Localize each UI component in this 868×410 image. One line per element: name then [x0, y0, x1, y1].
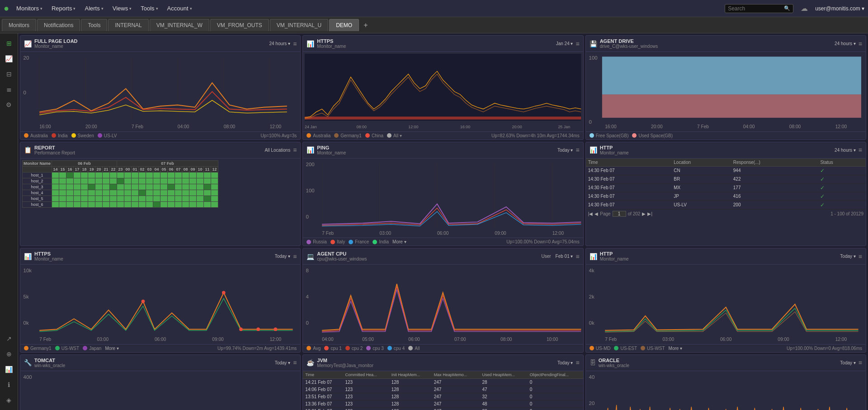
widget-menu-tomcat[interactable]: ≡ [293, 359, 297, 366]
sidebar-list-icon[interactable]: ≣ [3, 83, 15, 96]
sidebar-chart-icon[interactable]: 📈 [3, 52, 15, 65]
widget-menu-https-1[interactable]: ≡ [576, 40, 579, 47]
svg-text:12:00: 12:00 [835, 124, 847, 129]
search-box[interactable]: 🔍 [725, 4, 793, 13]
nav-account[interactable]: Account ▾ [164, 3, 196, 14]
dashboard-content: 📈 FULL PAGE LOAD Monitor_name 24 hours ▾… [18, 33, 868, 410]
legend-australia: Australia [24, 133, 48, 138]
chart-tomcat: 400 0 11:00 11:30 12:00 12:30 13:00 13:3… [22, 373, 298, 410]
widget-title-tomcat: TOMCAT [34, 358, 272, 363]
nav-alerts[interactable]: Alerts ▾ [81, 3, 107, 14]
widget-time-report[interactable]: All Locations [264, 148, 290, 153]
first-page-btn[interactable]: |◀ [588, 211, 593, 216]
tab-vm-internal-w[interactable]: VM_INTERNAL_W [150, 19, 209, 31]
status-check: ✓ [820, 176, 825, 182]
svg-text:20:00: 20:00 [651, 124, 663, 129]
sidebar-info-icon[interactable]: ℹ [3, 378, 15, 391]
svg-text:06:00: 06:00 [437, 230, 449, 235]
widget-time-http-2[interactable]: Today ▾ [840, 254, 855, 259]
widget-time-agent-cpu[interactable]: Feb 01 ▾ [556, 254, 573, 259]
widget-body-https-2: 10k 5k 0k 7 Feb 03:00 06:00 [20, 265, 300, 344]
sidebar-settings-icon[interactable]: ⚙ [3, 98, 15, 111]
widget-subtitle-oracle: win-wks_oracle [599, 363, 838, 368]
search-input[interactable] [728, 5, 782, 12]
tab-monitors[interactable]: Monitors [2, 19, 36, 31]
main-layout: ⊞ 📈 ⊟ ≣ ⚙ ↗ ⊕ 📊 ℹ ◈ 📈 FULL PAGE LOAD Mon… [0, 33, 868, 410]
table-row[interactable]: 14:30 Feb 07US-LV200✓ [586, 200, 866, 209]
svg-text:08:00: 08:00 [357, 125, 367, 129]
nav-tools[interactable]: Tools ▾ [137, 3, 161, 14]
table-row[interactable]: 14:30 Feb 07JP416✓ [586, 192, 866, 200]
table-row[interactable]: 14:30 Feb 07BR422✓ [586, 175, 866, 183]
widget-stats-http-2: Up=100.00% Down=0 Avg=818.06ms [787, 346, 862, 351]
next-page-btn[interactable]: ▶ [642, 211, 646, 216]
tab-vm-from-outs[interactable]: VM_FROM_OUTS [210, 19, 269, 31]
svg-text:40: 40 [589, 374, 594, 380]
svg-text:06:00: 06:00 [720, 337, 732, 342]
prev-page-btn[interactable]: ◀ [594, 211, 598, 216]
widget-time-jvm[interactable]: Today ▾ [557, 360, 573, 365]
nav-views[interactable]: Views ▾ [109, 3, 135, 14]
status-check: ✓ [820, 168, 825, 174]
tab-notifications[interactable]: Notifications [37, 19, 80, 31]
widget-time-ping[interactable]: Today ▾ [557, 148, 573, 153]
widget-time-https-1[interactable]: Jan 24 ▾ [556, 41, 573, 46]
table-row[interactable]: 14:30 Feb 07CN944✓ [586, 166, 866, 175]
heatmap-table: Monitor Name 06 Feb 07 Feb 1415161718192… [22, 160, 218, 208]
tab-tools[interactable]: Tools [81, 19, 107, 31]
svg-text:04:00: 04:00 [322, 337, 334, 342]
tab-demo[interactable]: DEMO [329, 19, 359, 31]
svg-text:12:00: 12:00 [409, 125, 419, 129]
add-tab-button[interactable]: + [360, 19, 371, 31]
svg-text:100: 100 [589, 55, 597, 61]
widget-footer-agent-cpu: Avg cpu 1 cpu 2 cpu 3 cpu 4 All [303, 344, 583, 352]
widget-menu-ping[interactable]: ≡ [576, 146, 579, 154]
widget-menu-http-table[interactable]: ≡ [859, 146, 862, 154]
user-menu[interactable]: user@monitis.com ▾ [815, 5, 864, 12]
table-row[interactable]: 14:06 Feb 07123128247470 [303, 386, 583, 393]
widget-time-https-2[interactable]: Today ▾ [275, 254, 290, 259]
svg-point-51 [142, 300, 145, 303]
nav-reports[interactable]: Reports ▾ [48, 3, 80, 14]
widget-title-ping: PING [317, 145, 555, 150]
widget-menu-https-2[interactable]: ≡ [293, 253, 297, 260]
widget-time-oracle[interactable]: Today ▾ [840, 360, 855, 365]
table-row[interactable]: 14:21 Feb 07123128247280 [303, 378, 583, 386]
legend-sweden: Sweden [71, 133, 94, 138]
svg-text:20: 20 [24, 55, 29, 61]
widget-menu-agent-cpu[interactable]: ≡ [576, 253, 579, 260]
widget-time-agent-drive[interactable]: 24 hours ▾ [835, 41, 856, 46]
table-row[interactable]: 13:51 Feb 07123128247320 [303, 393, 583, 400]
svg-text:0k: 0k [24, 320, 29, 326]
page-label: Page [600, 211, 610, 216]
svg-text:20:00: 20:00 [512, 125, 522, 129]
sidebar-share2-icon[interactable]: ⊕ [3, 348, 15, 360]
widget-tomcat: 🔧 TOMCAT win-wks_oracle Today ▾ ≡ 400 0 [20, 354, 301, 410]
widget-menu-jvm[interactable]: ≡ [576, 359, 579, 366]
widget-time-tomcat[interactable]: Today ▾ [275, 360, 290, 365]
table-row[interactable]: 13:21 Feb 07123128247330 [303, 407, 583, 410]
widget-menu-oracle[interactable]: ≡ [859, 359, 862, 366]
svg-text:7 Feb: 7 Feb [132, 124, 143, 129]
tab-vm-internal-u[interactable]: VM_INTERNAL_U [270, 19, 328, 31]
widget-menu-http-2[interactable]: ≡ [859, 253, 862, 260]
widget-time-full-page-load[interactable]: 24 hours ▾ [269, 41, 290, 46]
sidebar-extra-icon[interactable]: ◈ [3, 394, 15, 406]
widget-menu-report[interactable]: ≡ [293, 146, 297, 154]
widget-menu-full-page-load[interactable]: ≡ [293, 40, 297, 47]
sidebar-chart2-icon[interactable]: 📊 [3, 363, 15, 376]
table-row[interactable]: 14:30 Feb 07MX177✓ [586, 183, 866, 192]
chart-https-2: 10k 5k 0k 7 Feb 03:00 06:00 [22, 266, 298, 342]
sidebar-share-icon[interactable]: ↗ [3, 332, 15, 345]
page-input[interactable] [613, 211, 626, 217]
sidebar-grid-icon[interactable]: ⊟ [3, 68, 15, 80]
nav-monitors[interactable]: Monitors ▾ [13, 3, 46, 14]
table-row[interactable]: 13:36 Feb 07123128247480 [303, 400, 583, 407]
sidebar-dashboard-icon[interactable]: ⊞ [3, 37, 15, 50]
tab-internal[interactable]: INTERNAL [108, 19, 148, 31]
widget-menu-agent-drive[interactable]: ≡ [859, 40, 862, 47]
widget-time-http-table[interactable]: 24 hours ▾ [835, 148, 856, 153]
last-page-btn[interactable]: ▶| [647, 211, 652, 216]
widget-http-2: 📊 HTTP Monitor_name Today ▾ ≡ 4k 2k 0k [585, 248, 866, 353]
svg-text:24 Jan: 24 Jan [305, 125, 317, 129]
